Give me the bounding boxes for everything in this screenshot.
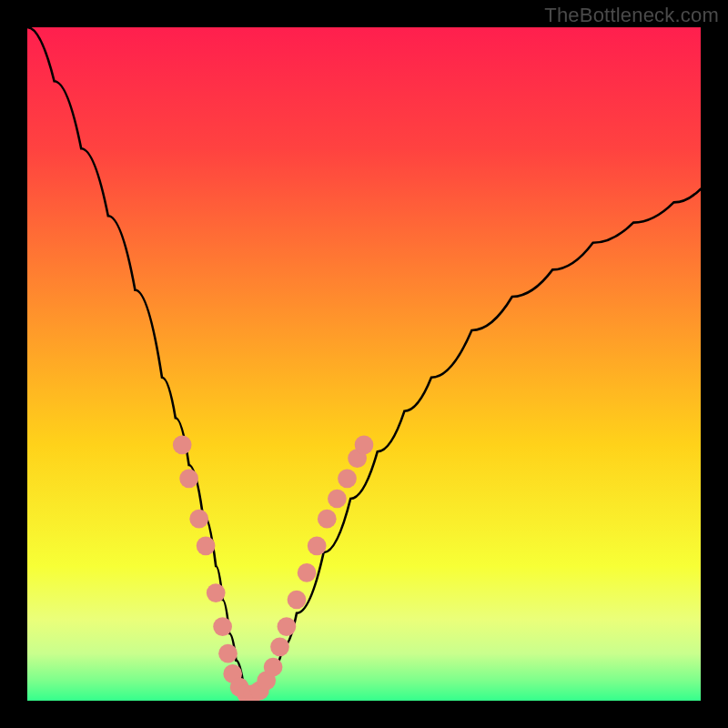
- bottleneck-curve: [27, 27, 701, 694]
- curve-layer: [27, 27, 701, 701]
- highlight-dot: [355, 435, 374, 454]
- highlight-dot: [173, 435, 192, 454]
- highlight-dot: [213, 617, 232, 636]
- watermark: TheBottleneck.com: [544, 4, 719, 27]
- highlight-dot: [328, 490, 347, 509]
- highlight-dot: [318, 510, 337, 529]
- highlight-dot: [338, 469, 357, 488]
- highlight-dot: [218, 644, 238, 663]
- highlight-dot: [189, 510, 208, 529]
- plot-area: [27, 27, 701, 701]
- highlight-dot: [264, 658, 283, 677]
- highlight-dot: [197, 536, 216, 555]
- highlight-dots: [173, 435, 374, 701]
- highlight-dot: [308, 536, 327, 555]
- highlight-dot: [207, 583, 226, 602]
- highlight-dot: [298, 563, 317, 582]
- highlight-dot: [278, 617, 297, 636]
- highlight-dot: [270, 637, 289, 656]
- highlight-dot: [288, 591, 307, 610]
- highlight-dot: [179, 469, 198, 488]
- chart-stage: TheBottleneck.com: [0, 0, 728, 728]
